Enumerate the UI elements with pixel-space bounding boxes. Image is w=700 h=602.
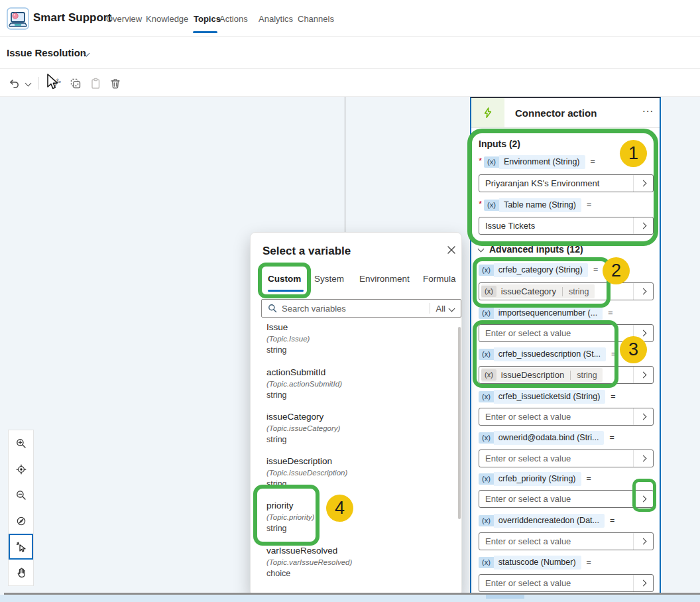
variable-x-icon: (x) <box>479 391 494 402</box>
scrollbar-thumb[interactable] <box>486 595 524 599</box>
chevron-right-icon <box>640 223 647 229</box>
chevron-right-icon <box>640 372 647 379</box>
center-target-icon[interactable] <box>9 456 33 482</box>
active-tab-underline <box>193 31 217 33</box>
variable-x-icon: (x) <box>481 369 496 381</box>
search-box: All <box>261 299 461 318</box>
tab-actions[interactable]: Actions <box>219 14 248 24</box>
zoom-out-icon[interactable] <box>9 482 33 508</box>
chevron-right-icon <box>640 180 647 187</box>
variable-x-icon: (x) <box>479 432 494 444</box>
app-logo-icon <box>7 7 29 30</box>
tab-custom[interactable]: Custom <box>268 274 301 284</box>
chevron-right-icon <box>640 330 647 337</box>
chevron-right-icon <box>640 538 647 545</box>
field-label-table-name: * (x) Table name (String) = <box>479 198 591 212</box>
undo-dropdown-chevron-icon[interactable] <box>25 80 32 87</box>
list-item-issuedescription[interactable]: issueDescription (Topic.issueDescription… <box>266 456 432 489</box>
crfeb-priority-value-input[interactable]: Enter or select a value <box>479 490 654 508</box>
compass-icon[interactable] <box>9 508 33 534</box>
variable-x-icon: (x) <box>484 156 499 168</box>
tab-channels[interactable]: Channels <box>298 14 334 24</box>
list-item-varissueresolved[interactable]: varIssueResolved (Topic.varIssueResolved… <box>266 546 432 578</box>
environment-value-input[interactable]: Priyaranjan KS's Environment <box>479 174 654 192</box>
search-input[interactable] <box>282 304 430 314</box>
crfeb-category-value-input[interactable]: (x) issueCategory string <box>479 282 654 300</box>
chevron-down-icon <box>478 246 485 253</box>
tab-system[interactable]: System <box>314 274 344 284</box>
variable-x-icon: (x) <box>479 308 494 319</box>
list-item-actionsubmitid[interactable]: actionSubmitId (Topic.actionSubmitId) st… <box>266 367 432 400</box>
tab-topics[interactable]: Topics <box>194 14 221 24</box>
table-name-value-input[interactable]: Issue Tickets <box>479 217 654 235</box>
variable-x-icon: (x) <box>479 349 494 360</box>
zoom-in-icon[interactable] <box>9 430 33 456</box>
field-label-overriddencreatedon: (x) overriddencreatedon (Dat... = <box>479 513 614 528</box>
tab-analytics[interactable]: Analytics <box>259 14 293 24</box>
chevron-down-icon[interactable] <box>449 305 455 312</box>
annotation-badge-3: 3 <box>620 336 647 363</box>
topic-title[interactable]: Issue Resolution <box>7 47 86 58</box>
select-variable-dialog: Select a variable Custom System Environm… <box>250 232 462 594</box>
required-marker: * <box>479 156 482 166</box>
list-item-issuecategory[interactable]: issueCategory (Topic.issueCategory) stri… <box>266 412 432 444</box>
chevron-right-icon <box>640 288 647 295</box>
canvas-divider-line <box>345 97 345 232</box>
open-picker-button[interactable] <box>633 533 653 550</box>
topic-bar: Issue Resolution <box>0 37 700 69</box>
edit-toolbar: ✂ <box>0 69 700 97</box>
select-pointer-icon[interactable] <box>9 534 33 560</box>
chevron-right-icon <box>640 414 647 420</box>
panel-header: Connector action ... <box>471 98 660 128</box>
filter-dropdown[interactable]: All <box>436 304 445 314</box>
crfeb-issuedescription-value-input[interactable]: (x) issueDescription string <box>479 366 654 384</box>
variable-x-icon: (x) <box>484 200 499 211</box>
chip-divider <box>562 287 563 296</box>
delete-icon[interactable] <box>109 77 122 90</box>
field-label-environment: * (x) Environment (String) = <box>479 154 595 169</box>
panel-title: Connector action <box>515 107 597 119</box>
open-picker-button[interactable] <box>633 491 653 507</box>
open-picker-button[interactable] <box>633 575 653 591</box>
variable-chip[interactable]: (x) issueCategory string <box>481 284 595 298</box>
field-label-crfeb-priority: (x) crfeb_priority (String) = <box>479 471 591 486</box>
open-picker-button[interactable] <box>633 175 653 192</box>
ownerid-value-input[interactable]: Enter or select a value <box>479 450 654 467</box>
paste-icon <box>89 77 102 90</box>
toolbar-divider <box>38 77 39 90</box>
copy-icon[interactable] <box>69 77 82 90</box>
overriddencreatedon-value-input[interactable]: Enter or select a value <box>479 532 654 550</box>
field-label-crfeb-issueticketsid: (x) crfeb_issueticketsid (String) = <box>479 389 616 404</box>
tab-knowledge[interactable]: Knowledge <box>146 14 188 24</box>
tab-environment[interactable]: Environment <box>359 274 410 284</box>
chevron-right-icon <box>640 455 647 462</box>
variable-x-icon: (x) <box>479 557 494 568</box>
chevron-right-icon <box>640 580 647 587</box>
field-label-statuscode: (x) statuscode (Number) = <box>479 555 591 570</box>
open-picker-button[interactable] <box>633 408 653 425</box>
variable-x-icon: (x) <box>479 265 494 276</box>
pan-hand-icon[interactable] <box>9 560 33 585</box>
list-scrollbar[interactable] <box>458 327 461 519</box>
statuscode-value-input[interactable]: Enter or select a value <box>479 574 654 592</box>
search-icon <box>268 304 277 313</box>
variable-chip[interactable]: (x) issueDescription string <box>481 368 603 382</box>
variable-x-icon: (x) <box>481 286 496 297</box>
close-icon[interactable] <box>446 245 458 257</box>
dialog-title: Select a variable <box>262 245 351 258</box>
tab-overview[interactable]: Overview <box>106 14 142 24</box>
cut-icon[interactable]: ✂ <box>46 75 64 93</box>
advanced-inputs-header[interactable]: Advanced inputs (12) <box>479 244 583 255</box>
open-picker-button[interactable] <box>633 450 653 467</box>
tab-formula[interactable]: Formula <box>423 274 456 284</box>
list-item-issue[interactable]: Issue (Topic.Issue) string <box>266 322 432 355</box>
undo-icon[interactable] <box>8 77 21 90</box>
more-options-button[interactable]: ... <box>642 102 654 115</box>
open-picker-button[interactable] <box>633 283 653 300</box>
field-label-ownerid: (x) ownerid@odata.bind (Stri... = <box>479 430 614 445</box>
open-picker-button[interactable] <box>633 217 653 234</box>
crfeb-issueticketsid-value-input[interactable]: Enter or select a value <box>479 408 654 426</box>
open-picker-button[interactable] <box>633 367 653 383</box>
variable-x-icon: (x) <box>479 473 494 485</box>
annotation-badge-1: 1 <box>620 140 647 167</box>
